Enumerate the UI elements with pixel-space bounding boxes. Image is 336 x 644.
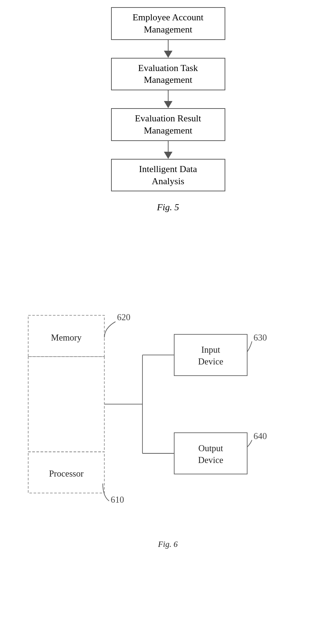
memory-ref-line — [104, 322, 115, 337]
input-device-ref-label: 630 — [254, 333, 267, 342]
input-device-box — [174, 334, 247, 376]
output-device-ref-line — [247, 440, 252, 447]
processor-ref-label: 610 — [111, 495, 124, 504]
output-device-label-line1: Output — [199, 443, 223, 453]
arrow-3 — [164, 141, 172, 159]
input-device-ref-line — [247, 341, 252, 352]
evaluation-result-mgmt-box: Evaluation ResultManagement — [111, 108, 225, 141]
output-device-box — [174, 433, 247, 474]
fig6-caption: Fig. 6 — [157, 539, 178, 549]
output-device-label-line2: Device — [198, 455, 223, 465]
evaluation-task-mgmt-box: Evaluation TaskManagement — [111, 58, 225, 91]
fig5-diagram: Employee AccountManagement Evaluation Ta… — [0, 7, 336, 213]
output-device-ref-label: 640 — [254, 431, 267, 441]
input-device-label-line2: Device — [198, 357, 223, 366]
arrow-1 — [164, 40, 172, 58]
intelligent-data-analysis-box: Intelligent DataAnalysis — [111, 159, 225, 192]
arrow-2 — [164, 90, 172, 108]
fig5-caption: Fig. 5 — [157, 202, 179, 213]
memory-label: Memory — [51, 333, 82, 342]
employee-account-mgmt-box: Employee AccountManagement — [111, 7, 225, 40]
processor-label: Processor — [49, 469, 84, 478]
memory-ref-label: 620 — [117, 312, 130, 322]
fig6-diagram: Memory 620 Processor 610 Input Device 63… — [0, 296, 336, 582]
input-device-label-line1: Input — [201, 345, 220, 354]
